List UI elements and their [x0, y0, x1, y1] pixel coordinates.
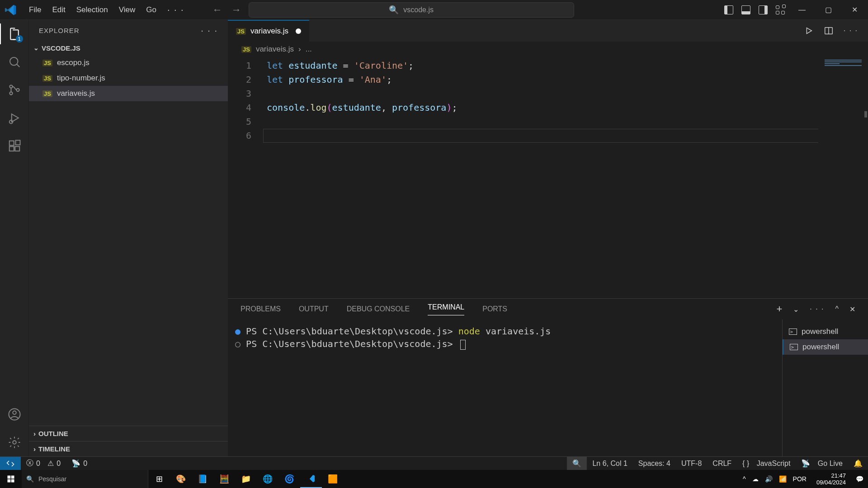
editor-more-icon[interactable]: · · ·: [844, 27, 858, 35]
terminal-cursor: [460, 340, 466, 350]
menu-view[interactable]: View: [113, 0, 141, 20]
terminal-session[interactable]: >_powershell: [783, 324, 868, 339]
panel-tab-problems[interactable]: PROBLEMS: [241, 305, 281, 313]
file-item[interactable]: JS escopo.js: [29, 55, 228, 70]
breadcrumb[interactable]: JS variaveis.js › ...: [228, 42, 868, 57]
line-number-gutter: 1 2 3 4 5 6: [228, 57, 263, 298]
panel-tab-ports[interactable]: PORTS: [482, 305, 507, 313]
file-name: escopo.js: [57, 58, 90, 67]
activity-run-debug-icon[interactable]: [7, 110, 22, 126]
tray-wifi-icon[interactable]: 📶: [779, 475, 787, 483]
taskbar-app-icon[interactable]: 🟧: [322, 470, 344, 488]
activity-explorer-icon[interactable]: 1: [7, 26, 22, 42]
start-button[interactable]: [0, 470, 22, 488]
panel-tab-output[interactable]: OUTPUT: [299, 305, 329, 313]
terminal[interactable]: ● PS C:\Users\bduarte\Desktop\vscode.js>…: [228, 319, 782, 456]
tray-volume-icon[interactable]: 🔊: [765, 475, 773, 483]
sidebar-more-icon[interactable]: · · ·: [201, 25, 218, 36]
activity-source-control-icon[interactable]: [7, 82, 22, 98]
status-golive[interactable]: 📡 Go Live: [796, 457, 848, 470]
terminal-dropdown-icon[interactable]: ⌄: [793, 305, 799, 314]
tray-cloud-icon[interactable]: ☁: [752, 475, 759, 483]
edge-icon[interactable]: 🌀: [278, 470, 300, 488]
menu-go[interactable]: Go: [141, 0, 162, 20]
overview-ruler[interactable]: [862, 57, 868, 298]
activity-extensions-icon[interactable]: [7, 138, 22, 154]
task-view-icon[interactable]: ⊞: [148, 470, 170, 488]
status-zoom-icon[interactable]: 🔍: [567, 457, 587, 470]
activity-settings-icon[interactable]: [7, 435, 22, 450]
svg-rect-13: [8, 476, 11, 479]
close-panel-icon[interactable]: ✕: [849, 305, 855, 314]
menu-edit[interactable]: Edit: [47, 0, 71, 20]
code-editor[interactable]: 1 2 3 4 5 6 let estudante = 'Caroline'; …: [228, 57, 868, 298]
taskbar-app-icon[interactable]: 🎨: [170, 470, 192, 488]
terminal-list: >_powershell >_powershell: [782, 319, 868, 456]
taskbar-clock[interactable]: 21:47 09/04/2024: [813, 472, 849, 486]
window-maximize-icon[interactable]: ▢: [819, 3, 837, 17]
window-minimize-icon[interactable]: —: [793, 3, 811, 17]
dirty-indicator-icon: [296, 28, 301, 34]
remote-indicator-icon[interactable]: [0, 457, 21, 470]
svg-point-11: [13, 441, 16, 444]
maximize-panel-icon[interactable]: ^: [835, 305, 839, 313]
vscode-taskbar-icon[interactable]: [300, 470, 322, 488]
split-editor-icon[interactable]: [824, 26, 834, 36]
status-cursor-position[interactable]: Ln 6, Col 1: [587, 457, 632, 470]
terminal-session-active[interactable]: >_powershell: [783, 339, 868, 355]
bottom-panel: PROBLEMS OUTPUT DEBUG CONSOLE TERMINAL P…: [228, 298, 868, 456]
tray-language[interactable]: POR: [793, 475, 807, 483]
system-tray[interactable]: ^ ☁ 🔊 📶 POR 21:47 09/04/2024 💬: [743, 472, 868, 486]
folder-header[interactable]: ⌄ VSCODE.JS: [29, 41, 228, 55]
outline-section[interactable]: ›OUTLINE: [29, 426, 228, 441]
status-errors[interactable]: ⓧ0 ⚠0: [21, 457, 66, 470]
toggle-panel-icon[interactable]: [741, 5, 750, 14]
status-indentation[interactable]: Spaces: 4: [633, 457, 676, 470]
action-center-icon[interactable]: 💬: [856, 475, 863, 483]
chrome-icon[interactable]: 🌐: [257, 470, 278, 488]
panel-tab-debug[interactable]: DEBUG CONSOLE: [347, 305, 410, 313]
js-file-icon: JS: [42, 75, 52, 82]
file-explorer-icon[interactable]: 📁: [235, 470, 257, 488]
svg-rect-7: [15, 146, 19, 151]
status-ports[interactable]: 📡0: [66, 457, 93, 470]
error-icon: ⓧ: [26, 459, 33, 468]
editor-tab-active[interactable]: JS variaveis.js: [228, 20, 309, 42]
new-terminal-icon[interactable]: +: [776, 303, 782, 315]
status-encoding[interactable]: UTF-8: [676, 457, 707, 470]
status-language[interactable]: { } JavaScript: [737, 457, 796, 470]
command-center[interactable]: 🔍 vscode.js: [249, 2, 574, 18]
nav-back-icon[interactable]: ←: [212, 4, 222, 16]
menu-more-icon[interactable]: · · ·: [162, 5, 190, 15]
activity-accounts-icon[interactable]: [7, 407, 22, 422]
editor-area: JS variaveis.js · · · JS variaveis.js › …: [228, 20, 868, 456]
menu-selection[interactable]: Selection: [71, 0, 113, 20]
window-close-icon[interactable]: ✕: [845, 3, 863, 17]
panel-more-icon[interactable]: · · ·: [810, 305, 824, 313]
nav-forward-icon[interactable]: →: [231, 4, 241, 16]
taskbar-app-icon[interactable]: 📘: [192, 470, 213, 488]
braces-icon: { }: [742, 460, 749, 468]
status-notifications-icon[interactable]: 🔔: [848, 457, 868, 470]
panel-tab-terminal[interactable]: TERMINAL: [428, 303, 464, 315]
toggle-primary-sidebar-icon[interactable]: [724, 5, 733, 14]
chevron-down-icon: ⌄: [33, 44, 39, 52]
menu-file[interactable]: File: [24, 0, 47, 20]
run-file-icon[interactable]: [804, 26, 814, 36]
svg-rect-14: [11, 476, 14, 479]
terminal-icon: >_: [790, 344, 798, 350]
customize-layout-icon[interactable]: [776, 5, 785, 14]
svg-point-10: [13, 411, 16, 415]
taskbar-app-icon[interactable]: 🧮: [213, 470, 235, 488]
svg-rect-5: [9, 141, 14, 145]
code-content[interactable]: let estudante = 'Caroline'; let professo…: [263, 57, 868, 298]
file-item-active[interactable]: JS variaveis.js: [29, 86, 228, 101]
file-item[interactable]: JS tipo-number.js: [29, 70, 228, 86]
tray-chevron-icon[interactable]: ^: [743, 475, 746, 483]
timeline-section[interactable]: ›TIMELINE: [29, 441, 228, 456]
toggle-secondary-sidebar-icon[interactable]: [759, 5, 768, 14]
minimap[interactable]: [818, 57, 868, 298]
activity-search-icon[interactable]: [7, 54, 22, 70]
taskbar-search[interactable]: 🔍Pesquisar: [22, 470, 148, 488]
status-eol[interactable]: CRLF: [707, 457, 737, 470]
